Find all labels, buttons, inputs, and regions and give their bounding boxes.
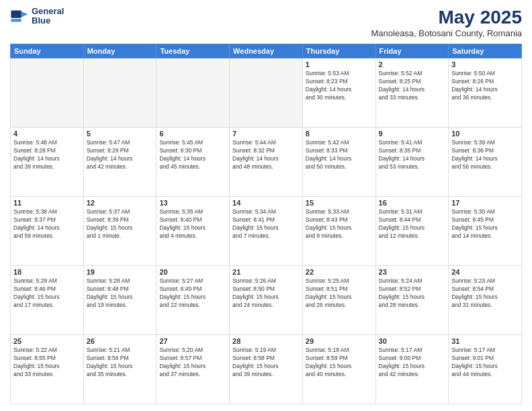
cell-w2-d0: 4Sunrise: 5:48 AM Sunset: 8:28 PM Daylig… (11, 128, 84, 197)
week-row-5: 25Sunrise: 5:22 AM Sunset: 8:55 PM Dayli… (11, 335, 522, 404)
cell-w5-d6: 31Sunrise: 5:17 AM Sunset: 9:01 PM Dayli… (449, 335, 522, 404)
logo-icon (10, 7, 29, 26)
day-number: 29 (306, 337, 373, 345)
day-number: 7 (232, 130, 300, 138)
day-info: Sunrise: 5:17 AM Sunset: 9:01 PM Dayligh… (451, 347, 519, 379)
day-number: 30 (379, 337, 446, 345)
cell-w2-d6: 10Sunrise: 5:39 AM Sunset: 8:36 PM Dayli… (449, 128, 522, 197)
day-number: 16 (379, 199, 446, 207)
day-number: 31 (451, 337, 519, 345)
cell-w4-d3: 21Sunrise: 5:26 AM Sunset: 8:50 PM Dayli… (230, 266, 303, 335)
cell-w2-d5: 9Sunrise: 5:41 AM Sunset: 8:35 PM Daylig… (375, 128, 449, 197)
day-number: 22 (306, 268, 373, 276)
svg-marker-1 (21, 11, 28, 17)
cell-w3-d5: 16Sunrise: 5:31 AM Sunset: 8:44 PM Dayli… (375, 197, 449, 266)
cell-w1-d2 (157, 58, 230, 128)
page: General Blue May 2025 Manoleasa, Botosan… (0, 0, 532, 411)
cell-w1-d5: 2Sunrise: 5:52 AM Sunset: 8:25 PM Daylig… (375, 58, 449, 128)
day-info: Sunrise: 5:22 AM Sunset: 8:55 PM Dayligh… (13, 347, 81, 379)
day-info: Sunrise: 5:30 AM Sunset: 8:45 PM Dayligh… (451, 208, 519, 240)
cell-w5-d5: 30Sunrise: 5:17 AM Sunset: 9:00 PM Dayli… (375, 335, 449, 404)
day-info: Sunrise: 5:25 AM Sunset: 8:51 PM Dayligh… (306, 277, 373, 310)
cell-w1-d6: 3Sunrise: 5:50 AM Sunset: 8:26 PM Daylig… (449, 58, 522, 128)
cell-w5-d1: 26Sunrise: 5:21 AM Sunset: 8:56 PM Dayli… (83, 335, 157, 404)
cell-w5-d3: 28Sunrise: 5:19 AM Sunset: 8:58 PM Dayli… (230, 335, 303, 404)
day-number: 2 (379, 60, 446, 68)
day-number: 14 (232, 199, 300, 207)
day-info: Sunrise: 5:37 AM Sunset: 8:39 PM Dayligh… (87, 208, 154, 240)
title-section: May 2025 Manoleasa, Botosani County, Rom… (371, 7, 523, 38)
day-info: Sunrise: 5:31 AM Sunset: 8:44 PM Dayligh… (379, 208, 446, 240)
logo-text: General Blue (32, 7, 64, 26)
day-number: 11 (13, 199, 81, 207)
cell-w3-d4: 15Sunrise: 5:33 AM Sunset: 8:43 PM Dayli… (302, 197, 375, 266)
day-number: 12 (87, 199, 154, 207)
day-info: Sunrise: 5:29 AM Sunset: 8:46 PM Dayligh… (13, 277, 81, 310)
col-thursday: Thursday (302, 44, 375, 58)
week-row-2: 4Sunrise: 5:48 AM Sunset: 8:28 PM Daylig… (11, 128, 522, 197)
header-row: Sunday Monday Tuesday Wednesday Thursday… (11, 44, 522, 58)
day-info: Sunrise: 5:33 AM Sunset: 8:43 PM Dayligh… (306, 208, 373, 240)
day-info: Sunrise: 5:23 AM Sunset: 8:54 PM Dayligh… (451, 277, 519, 310)
day-info: Sunrise: 5:48 AM Sunset: 8:28 PM Dayligh… (13, 139, 81, 171)
day-number: 20 (159, 268, 226, 276)
cell-w4-d5: 23Sunrise: 5:24 AM Sunset: 8:52 PM Dayli… (375, 266, 449, 335)
day-number: 8 (306, 130, 373, 138)
day-number: 25 (13, 337, 81, 345)
day-number: 15 (306, 199, 373, 207)
calendar-table: Sunday Monday Tuesday Wednesday Thursday… (10, 44, 522, 404)
day-number: 9 (379, 130, 446, 138)
cell-w1-d4: 1Sunrise: 5:53 AM Sunset: 8:23 PM Daylig… (302, 58, 375, 128)
day-info: Sunrise: 5:47 AM Sunset: 8:29 PM Dayligh… (87, 139, 154, 171)
cell-w5-d4: 29Sunrise: 5:18 AM Sunset: 8:59 PM Dayli… (302, 335, 375, 404)
svg-rect-2 (11, 19, 21, 21)
day-number: 23 (379, 268, 446, 276)
day-info: Sunrise: 5:45 AM Sunset: 8:30 PM Dayligh… (159, 139, 226, 171)
day-info: Sunrise: 5:20 AM Sunset: 8:57 PM Dayligh… (159, 347, 226, 379)
week-row-3: 11Sunrise: 5:38 AM Sunset: 8:37 PM Dayli… (11, 197, 522, 266)
col-saturday: Saturday (449, 44, 522, 58)
cell-w2-d2: 6Sunrise: 5:45 AM Sunset: 8:30 PM Daylig… (157, 128, 230, 197)
day-info: Sunrise: 5:26 AM Sunset: 8:50 PM Dayligh… (232, 277, 300, 310)
day-info: Sunrise: 5:53 AM Sunset: 8:23 PM Dayligh… (306, 70, 373, 102)
cell-w3-d1: 12Sunrise: 5:37 AM Sunset: 8:39 PM Dayli… (83, 197, 157, 266)
day-info: Sunrise: 5:24 AM Sunset: 8:52 PM Dayligh… (379, 277, 446, 310)
cell-w1-d3 (230, 58, 303, 128)
day-number: 18 (13, 268, 81, 276)
week-row-1: 1Sunrise: 5:53 AM Sunset: 8:23 PM Daylig… (11, 58, 522, 128)
day-info: Sunrise: 5:28 AM Sunset: 8:48 PM Dayligh… (87, 277, 154, 310)
cell-w3-d6: 17Sunrise: 5:30 AM Sunset: 8:45 PM Dayli… (449, 197, 522, 266)
day-info: Sunrise: 5:38 AM Sunset: 8:37 PM Dayligh… (13, 208, 81, 240)
day-info: Sunrise: 5:42 AM Sunset: 8:33 PM Dayligh… (306, 139, 373, 171)
day-number: 3 (451, 60, 519, 68)
cell-w1-d1 (83, 58, 157, 128)
day-info: Sunrise: 5:39 AM Sunset: 8:36 PM Dayligh… (451, 139, 519, 171)
day-number: 27 (159, 337, 226, 345)
cell-w3-d3: 14Sunrise: 5:34 AM Sunset: 8:41 PM Dayli… (230, 197, 303, 266)
day-number: 21 (232, 268, 300, 276)
day-number: 10 (451, 130, 519, 138)
cell-w2-d1: 5Sunrise: 5:47 AM Sunset: 8:29 PM Daylig… (83, 128, 157, 197)
cell-w4-d1: 19Sunrise: 5:28 AM Sunset: 8:48 PM Dayli… (83, 266, 157, 335)
cell-w1-d0 (11, 58, 84, 128)
cell-w3-d2: 13Sunrise: 5:35 AM Sunset: 8:40 PM Dayli… (157, 197, 230, 266)
cell-w4-d0: 18Sunrise: 5:29 AM Sunset: 8:46 PM Dayli… (11, 266, 84, 335)
col-tuesday: Tuesday (157, 44, 230, 58)
day-number: 6 (159, 130, 226, 138)
day-info: Sunrise: 5:18 AM Sunset: 8:59 PM Dayligh… (306, 347, 373, 379)
cell-w2-d4: 8Sunrise: 5:42 AM Sunset: 8:33 PM Daylig… (302, 128, 375, 197)
header: General Blue May 2025 Manoleasa, Botosan… (10, 7, 522, 38)
day-info: Sunrise: 5:44 AM Sunset: 8:32 PM Dayligh… (232, 139, 300, 171)
day-info: Sunrise: 5:27 AM Sunset: 8:49 PM Dayligh… (159, 277, 226, 310)
day-info: Sunrise: 5:19 AM Sunset: 8:58 PM Dayligh… (232, 347, 300, 379)
day-info: Sunrise: 5:17 AM Sunset: 9:00 PM Dayligh… (379, 347, 446, 379)
logo: General Blue (10, 7, 64, 26)
cell-w4-d2: 20Sunrise: 5:27 AM Sunset: 8:49 PM Dayli… (157, 266, 230, 335)
day-number: 4 (13, 130, 81, 138)
col-friday: Friday (375, 44, 449, 58)
main-title: May 2025 (371, 7, 523, 28)
subtitle: Manoleasa, Botosani County, Romania (371, 28, 523, 38)
day-number: 17 (451, 199, 519, 207)
col-wednesday: Wednesday (230, 44, 303, 58)
col-sunday: Sunday (11, 44, 84, 58)
